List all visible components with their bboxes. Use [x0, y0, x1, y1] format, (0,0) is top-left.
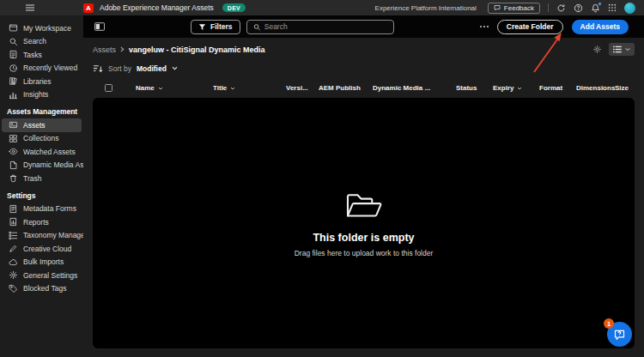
sidebar-item-label: Dynamic Media Assets — [23, 160, 83, 169]
taxonomy-icon — [9, 231, 18, 240]
column-header-format[interactable]: Format — [539, 84, 576, 92]
chevron-down-icon[interactable] — [172, 66, 178, 70]
divider — [548, 3, 549, 12]
sort-chevron-icon — [230, 87, 235, 90]
column-header-expiry[interactable]: Expiry — [493, 84, 539, 92]
cloud-icon — [9, 257, 18, 267]
metadata-icon — [9, 204, 18, 214]
sidebar-item-collections[interactable]: Collections — [2, 132, 82, 146]
list-view-icon — [613, 45, 622, 53]
search-box[interactable] — [246, 20, 394, 34]
app-switcher-icon[interactable] — [608, 3, 617, 12]
column-header-title[interactable]: Title — [213, 84, 286, 92]
libraries-icon — [9, 76, 18, 86]
insights-icon — [9, 90, 18, 100]
sidebar-item-general-settings[interactable]: General Settings — [2, 269, 82, 282]
column-header-status[interactable]: Status — [456, 84, 493, 92]
sidebar-item-tasks[interactable]: Tasks — [2, 48, 82, 62]
feedback-button[interactable]: Feedback — [488, 3, 540, 14]
sidebar-item-label: Blocked Tags — [23, 284, 66, 293]
column-header-dynamic-media[interactable]: Dynamic Media ... — [373, 84, 456, 92]
sidebar-item-watched-assets[interactable]: Watched Assets — [2, 145, 82, 159]
filters-button[interactable]: Filters — [191, 20, 240, 34]
sort-bar: Sort by Modified — [93, 62, 635, 75]
sidebar-item-metadata-forms[interactable]: Metadata Forms — [2, 203, 82, 216]
open-folder-icon — [343, 189, 385, 221]
sidebar-item-label: Watched Assets — [23, 148, 76, 156]
sidebar-item-label: Libraries — [23, 77, 52, 86]
chevron-right-icon — [120, 46, 125, 52]
sort-chevron-icon — [517, 87, 522, 90]
sidebar-item-dynamic-media-assets[interactable]: Dynamic Media Assets — [2, 159, 82, 172]
search-input[interactable] — [264, 22, 387, 31]
breadcrumb-root[interactable]: Assets — [93, 45, 116, 54]
sidebar-item-label: Creative Cloud — [23, 245, 71, 253]
chat-help-button[interactable]: 1 — [607, 322, 632, 347]
assets-icon — [9, 120, 18, 130]
bell-icon[interactable] — [591, 3, 600, 13]
sidebar-section-assets-management: Assets Management — [0, 107, 83, 116]
pencil-icon — [9, 244, 18, 253]
select-all-cell — [93, 84, 136, 92]
updates-icon[interactable] — [556, 3, 566, 13]
sidebar-item-label: Bulk Imports — [23, 257, 64, 266]
sidebar-item-assets[interactable]: Assets — [2, 118, 82, 132]
table-header-row: NameTitleVersi...AEM PublishDynamic Medi… — [93, 81, 635, 95]
column-header-dimensions[interactable]: Dimensions — [576, 84, 615, 92]
column-header-size[interactable]: Size — [615, 84, 636, 92]
help-icon[interactable] — [574, 3, 583, 13]
sidebar-item-label: Recently Viewed — [23, 64, 77, 72]
hamburger-menu-icon[interactable] — [26, 4, 34, 11]
sidebar-item-label: Reports — [23, 218, 49, 227]
avatar[interactable] — [624, 3, 635, 14]
feedback-icon — [494, 4, 501, 11]
settings-gear-icon[interactable] — [592, 45, 602, 54]
sidebar-item-label: Assets — [23, 121, 46, 130]
view-selector-button[interactable] — [609, 43, 635, 56]
sort-value[interactable]: Modified — [137, 64, 167, 73]
sidebar-item-label: Metadata Forms — [23, 204, 76, 213]
sidebar-item-label: Taxonomy Management — [23, 231, 83, 239]
column-header-aem-publish[interactable]: AEM Publish — [319, 84, 373, 92]
sidebar-item-label: Trash — [23, 174, 41, 183]
sidebar-item-search[interactable]: Search — [2, 35, 82, 49]
sidebar-item-creative-cloud[interactable]: Creative Cloud — [2, 242, 82, 256]
column-header-versi[interactable]: Versi... — [286, 84, 319, 92]
env-badge: DEV — [222, 3, 246, 12]
tag-icon — [9, 284, 18, 293]
sidebar-item-libraries[interactable]: Libraries — [2, 75, 82, 88]
sidebar: My WorkspaceSearchTasksRecently ViewedLi… — [0, 15, 83, 357]
chat-notification-badge: 1 — [604, 318, 614, 329]
sidebar-item-label: My Workspace — [23, 24, 71, 33]
global-header: A Adobe Experience Manager Assets DEV Ex… — [0, 0, 644, 15]
notification-dot — [598, 2, 602, 6]
sidebar-item-label: Collections — [23, 134, 59, 142]
sort-icon[interactable] — [93, 64, 103, 73]
column-header-name[interactable]: Name — [136, 84, 213, 92]
collections-icon — [9, 134, 18, 143]
action-toolbar: Filters Create Folder Add Assets — [83, 15, 644, 38]
empty-state-subtitle: Drag files here to upload work to this f… — [295, 249, 434, 257]
rail-toggle-icon[interactable] — [94, 22, 105, 31]
select-all-checkbox[interactable] — [105, 84, 112, 92]
sidebar-item-bulk-imports[interactable]: Bulk Imports — [2, 256, 82, 269]
eye-icon — [9, 147, 18, 156]
sidebar-item-insights[interactable]: Insights — [2, 88, 82, 102]
sidebar-item-blocked-tags[interactable]: Blocked Tags — [2, 282, 82, 296]
sort-chevron-icon — [158, 87, 163, 90]
funnel-icon — [198, 23, 206, 31]
sidebar-item-taxonomy-management[interactable]: Taxonomy Management — [2, 229, 82, 243]
create-folder-button[interactable]: Create Folder — [497, 20, 563, 34]
breadcrumb-current: vangeluw - CitiSignal Dynamic Media — [129, 45, 265, 54]
sidebar-item-my-workspace[interactable]: My Workspace — [2, 21, 82, 35]
sidebar-item-label: Search — [23, 37, 46, 45]
sidebar-item-reports[interactable]: Reports — [2, 215, 82, 229]
sidebar-item-trash[interactable]: Trash — [2, 172, 82, 185]
sidebar-item-label: General Settings — [23, 271, 77, 280]
sidebar-item-recently-viewed[interactable]: Recently Viewed — [2, 62, 82, 76]
asset-list-panel[interactable]: This folder is empty Drag files here to … — [93, 98, 635, 348]
more-options-button[interactable] — [480, 26, 489, 27]
add-assets-button[interactable]: Add Assets — [572, 20, 629, 34]
chat-question-icon — [613, 328, 626, 341]
empty-state-title: This folder is empty — [313, 232, 414, 244]
